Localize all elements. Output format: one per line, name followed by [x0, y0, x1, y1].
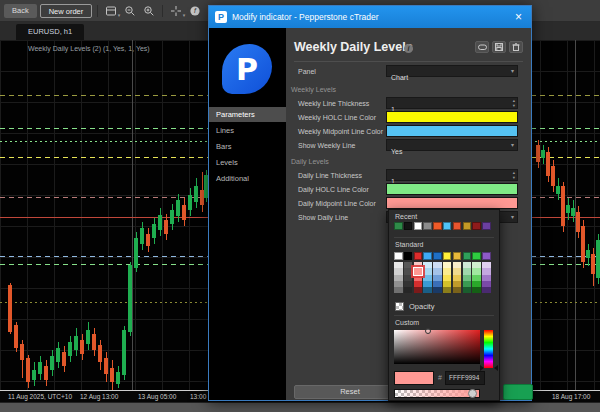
tab-eurusd-h1[interactable]: EURUSD, h1 [16, 24, 84, 40]
hex-color-input[interactable]: FFFF9994 [445, 371, 485, 385]
recent-color-swatch[interactable] [404, 222, 413, 230]
candle-body [596, 240, 600, 278]
candle-body [566, 205, 570, 213]
chevron-down-icon: ▾ [183, 12, 186, 18]
candle-body [536, 145, 540, 162]
shade-color-swatch[interactable] [453, 287, 462, 293]
candle-body [158, 215, 162, 230]
new-order-button[interactable]: New order [40, 4, 93, 18]
hue-slider-marker[interactable] [494, 365, 498, 371]
color-swatch-field[interactable] [386, 125, 518, 137]
shade-color-swatch[interactable] [443, 287, 452, 293]
standard-color-swatch[interactable] [394, 252, 403, 260]
recent-color-swatch[interactable] [482, 222, 491, 230]
shade-color-swatch[interactable] [404, 287, 413, 293]
candle-body [122, 330, 126, 375]
color-swatch-field[interactable] [386, 183, 518, 195]
recent-colors-label: Recent [395, 213, 417, 220]
horizontal-scrollbar[interactable] [0, 402, 600, 412]
standard-color-swatch[interactable] [472, 252, 481, 260]
close-icon[interactable]: × [512, 11, 525, 23]
chevron-down-icon[interactable]: ▾ [511, 214, 514, 221]
standard-color-column [463, 252, 472, 293]
standard-color-swatch[interactable] [482, 252, 491, 260]
time-axis-label: 18 Aug 17:00 [552, 393, 590, 400]
stepper-arrows[interactable]: ▴▾ [513, 98, 515, 108]
standard-color-swatch[interactable] [414, 252, 423, 260]
shade-color-swatch[interactable] [482, 287, 491, 293]
nav-item-bars[interactable]: Bars [209, 139, 286, 154]
saturation-value-gradient[interactable] [394, 330, 480, 364]
selected-color-swatch[interactable] [414, 268, 423, 274]
field-row: Weekly Line Thickness1▴▾ [286, 97, 531, 110]
recent-color-swatch[interactable] [433, 222, 442, 230]
field-label: Weekly Midpoint Line Color [298, 125, 383, 138]
shade-color-swatch[interactable] [394, 287, 403, 293]
standard-color-column [414, 252, 423, 293]
time-axis-label: 13:00 [190, 393, 206, 400]
comment-icon[interactable] [475, 41, 489, 53]
recent-color-swatch[interactable] [453, 222, 462, 230]
dropdown-field[interactable]: Yes▾ [386, 139, 518, 151]
chart-layout-icon[interactable]: ▾ [103, 4, 119, 18]
nav-item-parameters[interactable]: Parameters [209, 107, 286, 122]
standard-color-swatch[interactable] [404, 252, 413, 260]
alpha-slider-handle[interactable] [468, 389, 477, 398]
alpha-slider[interactable] [394, 389, 480, 398]
delete-icon[interactable] [509, 41, 523, 53]
dialog-titlebar[interactable]: P Modify indicator - Pepperstone cTrader… [209, 6, 531, 28]
color-swatch-field[interactable] [386, 197, 518, 209]
back-button[interactable]: Back [4, 4, 37, 18]
indicators-icon[interactable]: f [187, 4, 203, 18]
nav-item-levels[interactable]: Levels [209, 155, 286, 170]
field-row: Weekly HOLC Line Color [286, 111, 531, 124]
zoom-in-icon[interactable] [141, 4, 157, 18]
field-row: Weekly Levels [286, 83, 531, 96]
field-row: Show Weekly LineYes▾ [286, 139, 531, 152]
standard-color-swatch[interactable] [453, 252, 462, 260]
crosshair-icon[interactable]: ▾ [168, 4, 184, 18]
recent-color-swatch[interactable] [394, 222, 403, 230]
standard-colors-label: Standard [395, 241, 423, 248]
app-window: Back New order ▾ ▾ f ▾ [0, 0, 600, 412]
chevron-down-icon[interactable]: ▾ [511, 68, 514, 75]
standard-color-swatch[interactable] [463, 252, 472, 260]
dropdown-field[interactable]: Chart▾ [386, 65, 518, 77]
shade-color-swatch[interactable] [414, 287, 423, 293]
recent-color-swatch[interactable] [443, 222, 452, 230]
zoom-out-icon[interactable] [122, 4, 138, 18]
recent-color-swatch[interactable] [472, 222, 481, 230]
stepper-field[interactable]: 1▴▾ [386, 97, 518, 109]
shade-color-swatch[interactable] [423, 287, 432, 293]
recent-color-swatch[interactable] [463, 222, 472, 230]
stepper-arrows[interactable]: ▴▾ [513, 170, 515, 180]
shade-color-swatch[interactable] [463, 287, 472, 293]
candle-body [556, 186, 560, 194]
nav-item-lines[interactable]: Lines [209, 123, 286, 138]
candle-body [44, 366, 48, 380]
candle-body [182, 205, 186, 220]
hue-slider[interactable] [484, 330, 493, 368]
standard-color-swatch[interactable] [423, 252, 432, 260]
field-label: Daily HOLC Line Color [298, 183, 369, 196]
stepper-field[interactable]: 1▴▾ [386, 169, 518, 181]
candle-body [140, 228, 144, 244]
shade-color-swatch[interactable] [433, 287, 442, 293]
standard-color-column [404, 252, 413, 293]
recent-color-swatch[interactable] [414, 222, 423, 230]
color-swatch-field[interactable] [386, 111, 518, 123]
opacity-checkbox[interactable] [395, 302, 404, 311]
nav-item-additional[interactable]: Additional [209, 171, 286, 186]
apply-button[interactable] [503, 384, 533, 400]
standard-color-swatch[interactable] [433, 252, 442, 260]
candle-body [62, 352, 66, 366]
chevron-down-icon[interactable]: ▾ [511, 142, 514, 149]
info-icon[interactable]: i [404, 44, 413, 53]
recent-color-swatch[interactable] [423, 222, 432, 230]
standard-color-column [394, 252, 403, 293]
gradient-cursor[interactable] [425, 328, 431, 334]
save-icon[interactable] [492, 41, 506, 53]
shade-color-swatch[interactable] [472, 287, 481, 293]
standard-color-swatch[interactable] [443, 252, 452, 260]
opacity-label: Opacity [409, 302, 434, 311]
